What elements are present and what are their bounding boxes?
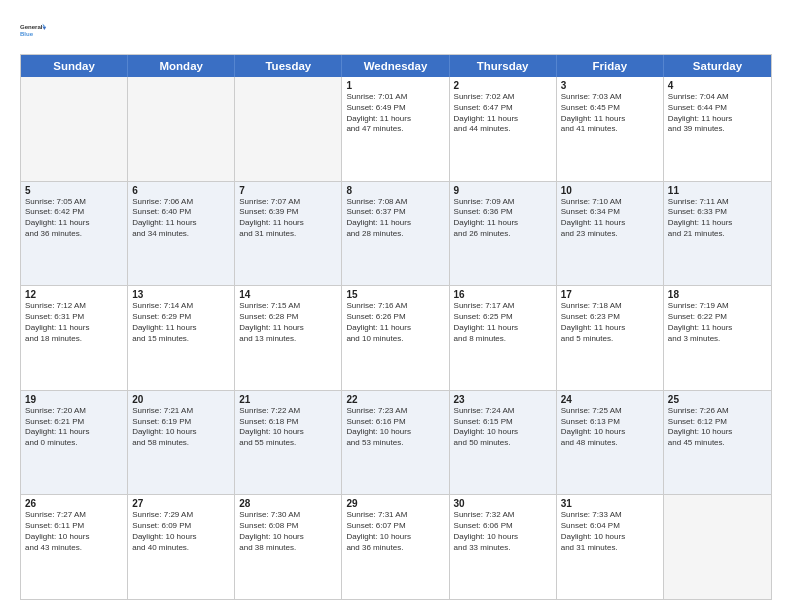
day-number: 25 — [668, 394, 767, 405]
day-info: Sunrise: 7:16 AM Sunset: 6:26 PM Dayligh… — [346, 301, 444, 344]
day-number: 13 — [132, 289, 230, 300]
header-day-monday: Monday — [128, 55, 235, 77]
day-info: Sunrise: 7:07 AM Sunset: 6:39 PM Dayligh… — [239, 197, 337, 240]
calendar-cell: 28Sunrise: 7:30 AM Sunset: 6:08 PM Dayli… — [235, 495, 342, 599]
day-info: Sunrise: 7:01 AM Sunset: 6:49 PM Dayligh… — [346, 92, 444, 135]
calendar-cell: 15Sunrise: 7:16 AM Sunset: 6:26 PM Dayli… — [342, 286, 449, 390]
calendar-row-2: 12Sunrise: 7:12 AM Sunset: 6:31 PM Dayli… — [21, 285, 771, 390]
day-number: 23 — [454, 394, 552, 405]
header: GeneralBlue — [20, 16, 772, 44]
calendar-cell: 4Sunrise: 7:04 AM Sunset: 6:44 PM Daylig… — [664, 77, 771, 181]
calendar-cell: 26Sunrise: 7:27 AM Sunset: 6:11 PM Dayli… — [21, 495, 128, 599]
logo: GeneralBlue — [20, 16, 48, 44]
calendar-cell: 22Sunrise: 7:23 AM Sunset: 6:16 PM Dayli… — [342, 391, 449, 495]
day-number: 31 — [561, 498, 659, 509]
day-info: Sunrise: 7:11 AM Sunset: 6:33 PM Dayligh… — [668, 197, 767, 240]
day-info: Sunrise: 7:02 AM Sunset: 6:47 PM Dayligh… — [454, 92, 552, 135]
day-number: 6 — [132, 185, 230, 196]
calendar-cell: 17Sunrise: 7:18 AM Sunset: 6:23 PM Dayli… — [557, 286, 664, 390]
day-number: 2 — [454, 80, 552, 91]
day-info: Sunrise: 7:06 AM Sunset: 6:40 PM Dayligh… — [132, 197, 230, 240]
day-number: 19 — [25, 394, 123, 405]
calendar-cell: 7Sunrise: 7:07 AM Sunset: 6:39 PM Daylig… — [235, 182, 342, 286]
calendar-cell: 13Sunrise: 7:14 AM Sunset: 6:29 PM Dayli… — [128, 286, 235, 390]
day-info: Sunrise: 7:29 AM Sunset: 6:09 PM Dayligh… — [132, 510, 230, 553]
calendar-cell: 12Sunrise: 7:12 AM Sunset: 6:31 PM Dayli… — [21, 286, 128, 390]
calendar-cell: 31Sunrise: 7:33 AM Sunset: 6:04 PM Dayli… — [557, 495, 664, 599]
calendar-cell: 30Sunrise: 7:32 AM Sunset: 6:06 PM Dayli… — [450, 495, 557, 599]
day-number: 30 — [454, 498, 552, 509]
calendar-cell: 5Sunrise: 7:05 AM Sunset: 6:42 PM Daylig… — [21, 182, 128, 286]
page: GeneralBlue SundayMondayTuesdayWednesday… — [0, 0, 792, 612]
calendar-cell: 29Sunrise: 7:31 AM Sunset: 6:07 PM Dayli… — [342, 495, 449, 599]
day-info: Sunrise: 7:23 AM Sunset: 6:16 PM Dayligh… — [346, 406, 444, 449]
day-info: Sunrise: 7:20 AM Sunset: 6:21 PM Dayligh… — [25, 406, 123, 449]
day-number: 11 — [668, 185, 767, 196]
header-day-friday: Friday — [557, 55, 664, 77]
header-day-thursday: Thursday — [450, 55, 557, 77]
day-info: Sunrise: 7:03 AM Sunset: 6:45 PM Dayligh… — [561, 92, 659, 135]
header-day-wednesday: Wednesday — [342, 55, 449, 77]
day-number: 17 — [561, 289, 659, 300]
day-number: 4 — [668, 80, 767, 91]
calendar-cell: 11Sunrise: 7:11 AM Sunset: 6:33 PM Dayli… — [664, 182, 771, 286]
header-day-sunday: Sunday — [21, 55, 128, 77]
calendar-cell — [235, 77, 342, 181]
calendar-cell: 27Sunrise: 7:29 AM Sunset: 6:09 PM Dayli… — [128, 495, 235, 599]
day-number: 5 — [25, 185, 123, 196]
calendar-row-1: 5Sunrise: 7:05 AM Sunset: 6:42 PM Daylig… — [21, 181, 771, 286]
calendar-row-4: 26Sunrise: 7:27 AM Sunset: 6:11 PM Dayli… — [21, 494, 771, 599]
day-info: Sunrise: 7:33 AM Sunset: 6:04 PM Dayligh… — [561, 510, 659, 553]
day-number: 22 — [346, 394, 444, 405]
calendar-cell: 16Sunrise: 7:17 AM Sunset: 6:25 PM Dayli… — [450, 286, 557, 390]
day-number: 14 — [239, 289, 337, 300]
calendar-row-0: 1Sunrise: 7:01 AM Sunset: 6:49 PM Daylig… — [21, 77, 771, 181]
calendar-header: SundayMondayTuesdayWednesdayThursdayFrid… — [21, 55, 771, 77]
calendar-cell: 25Sunrise: 7:26 AM Sunset: 6:12 PM Dayli… — [664, 391, 771, 495]
calendar-row-3: 19Sunrise: 7:20 AM Sunset: 6:21 PM Dayli… — [21, 390, 771, 495]
day-number: 16 — [454, 289, 552, 300]
calendar-cell: 23Sunrise: 7:24 AM Sunset: 6:15 PM Dayli… — [450, 391, 557, 495]
day-info: Sunrise: 7:15 AM Sunset: 6:28 PM Dayligh… — [239, 301, 337, 344]
day-number: 7 — [239, 185, 337, 196]
day-info: Sunrise: 7:27 AM Sunset: 6:11 PM Dayligh… — [25, 510, 123, 553]
day-info: Sunrise: 7:08 AM Sunset: 6:37 PM Dayligh… — [346, 197, 444, 240]
calendar-cell — [664, 495, 771, 599]
svg-text:Blue: Blue — [20, 31, 34, 37]
day-number: 12 — [25, 289, 123, 300]
calendar-cell: 2Sunrise: 7:02 AM Sunset: 6:47 PM Daylig… — [450, 77, 557, 181]
day-info: Sunrise: 7:12 AM Sunset: 6:31 PM Dayligh… — [25, 301, 123, 344]
calendar-cell: 24Sunrise: 7:25 AM Sunset: 6:13 PM Dayli… — [557, 391, 664, 495]
day-number: 1 — [346, 80, 444, 91]
day-number: 21 — [239, 394, 337, 405]
day-info: Sunrise: 7:05 AM Sunset: 6:42 PM Dayligh… — [25, 197, 123, 240]
calendar-cell: 19Sunrise: 7:20 AM Sunset: 6:21 PM Dayli… — [21, 391, 128, 495]
day-number: 29 — [346, 498, 444, 509]
logo-icon: GeneralBlue — [20, 16, 48, 44]
calendar-cell: 18Sunrise: 7:19 AM Sunset: 6:22 PM Dayli… — [664, 286, 771, 390]
day-number: 28 — [239, 498, 337, 509]
day-number: 10 — [561, 185, 659, 196]
calendar-cell — [128, 77, 235, 181]
day-number: 3 — [561, 80, 659, 91]
calendar-cell: 6Sunrise: 7:06 AM Sunset: 6:40 PM Daylig… — [128, 182, 235, 286]
day-info: Sunrise: 7:18 AM Sunset: 6:23 PM Dayligh… — [561, 301, 659, 344]
day-info: Sunrise: 7:10 AM Sunset: 6:34 PM Dayligh… — [561, 197, 659, 240]
calendar-body: 1Sunrise: 7:01 AM Sunset: 6:49 PM Daylig… — [21, 77, 771, 599]
calendar-cell: 20Sunrise: 7:21 AM Sunset: 6:19 PM Dayli… — [128, 391, 235, 495]
day-number: 24 — [561, 394, 659, 405]
calendar-cell: 14Sunrise: 7:15 AM Sunset: 6:28 PM Dayli… — [235, 286, 342, 390]
day-info: Sunrise: 7:25 AM Sunset: 6:13 PM Dayligh… — [561, 406, 659, 449]
day-info: Sunrise: 7:19 AM Sunset: 6:22 PM Dayligh… — [668, 301, 767, 344]
calendar: SundayMondayTuesdayWednesdayThursdayFrid… — [20, 54, 772, 600]
day-number: 20 — [132, 394, 230, 405]
day-info: Sunrise: 7:26 AM Sunset: 6:12 PM Dayligh… — [668, 406, 767, 449]
day-info: Sunrise: 7:30 AM Sunset: 6:08 PM Dayligh… — [239, 510, 337, 553]
header-day-tuesday: Tuesday — [235, 55, 342, 77]
calendar-cell: 3Sunrise: 7:03 AM Sunset: 6:45 PM Daylig… — [557, 77, 664, 181]
day-info: Sunrise: 7:04 AM Sunset: 6:44 PM Dayligh… — [668, 92, 767, 135]
day-number: 18 — [668, 289, 767, 300]
calendar-cell: 21Sunrise: 7:22 AM Sunset: 6:18 PM Dayli… — [235, 391, 342, 495]
day-info: Sunrise: 7:14 AM Sunset: 6:29 PM Dayligh… — [132, 301, 230, 344]
day-number: 26 — [25, 498, 123, 509]
